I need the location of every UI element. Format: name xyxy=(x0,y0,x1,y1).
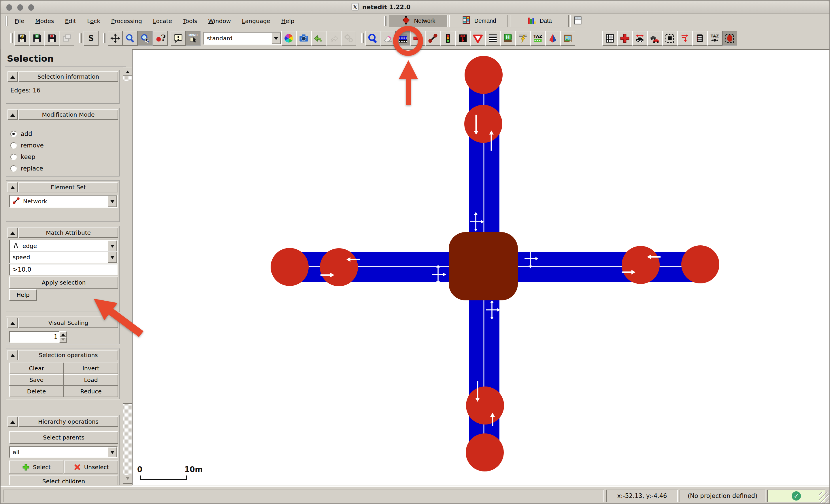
open-window-button[interactable] xyxy=(59,31,74,46)
grid-toggle-button[interactable] xyxy=(602,31,617,46)
collapse-modification-mode-button[interactable] xyxy=(7,109,18,120)
invert-selection-button[interactable]: Invert xyxy=(64,363,118,374)
toolbar-grip[interactable] xyxy=(361,33,364,43)
save-additionals-button[interactable] xyxy=(29,31,44,46)
network-view-canvas[interactable]: 0 10m xyxy=(132,49,830,485)
poi-mode-button[interactable] xyxy=(560,31,575,46)
collapse-hierarchy-operations-button[interactable] xyxy=(7,416,18,427)
collapse-selection-operations-button[interactable] xyxy=(7,350,18,360)
junction-shape-button[interactable] xyxy=(617,31,632,46)
menu-item-locate[interactable]: Locate xyxy=(148,15,178,27)
color-scheme-wheel-button[interactable] xyxy=(281,31,296,46)
undo-button[interactable] xyxy=(311,31,326,46)
zoom-extents-button[interactable] xyxy=(123,31,138,46)
scrollbar-track[interactable] xyxy=(123,76,133,475)
visual-scaling-value-input[interactable] xyxy=(9,331,59,343)
toolbar-grip[interactable] xyxy=(79,33,82,43)
radio-replace[interactable]: replace xyxy=(10,164,43,173)
save-selection-button[interactable]: Save xyxy=(9,374,64,385)
toolbar-grip[interactable] xyxy=(103,33,106,43)
shape-mode-button[interactable] xyxy=(545,31,560,46)
menu-item-file[interactable]: File xyxy=(9,15,30,27)
select-edges-button[interactable] xyxy=(662,31,677,46)
match-string-input[interactable] xyxy=(9,264,118,275)
delete-mode-button[interactable] xyxy=(380,31,395,46)
extend-selection-button[interactable] xyxy=(722,31,737,46)
select-parents-button[interactable]: Select parents xyxy=(9,431,118,444)
element-set-dropdown-button[interactable] xyxy=(108,196,117,207)
spinner-down-button[interactable] xyxy=(59,337,67,343)
radio-remove[interactable]: remove xyxy=(10,141,44,150)
show-demand-elements-button[interactable] xyxy=(647,31,662,46)
minimize-window-icon[interactable] xyxy=(17,4,23,11)
prohibition-mode-button[interactable] xyxy=(470,31,485,46)
apply-selection-button[interactable]: Apply selection xyxy=(9,276,118,289)
toolbar-grip[interactable] xyxy=(10,33,13,43)
show-taz-button[interactable]: TAZ xyxy=(707,31,722,46)
menu-item-tools[interactable]: Tools xyxy=(178,15,202,27)
show-connections-button[interactable] xyxy=(677,31,692,46)
crossing-mode-button[interactable] xyxy=(485,31,500,46)
load-selection-button[interactable]: Load xyxy=(64,374,118,385)
snapshot-camera-button[interactable] xyxy=(296,31,311,46)
menu-item-lock[interactable]: Lock xyxy=(82,15,106,27)
spinner-up-button[interactable] xyxy=(59,331,67,337)
collapse-element-set-button[interactable] xyxy=(7,182,18,192)
match-attribute-combo[interactable]: speed xyxy=(9,251,118,264)
spread-vehicles-button[interactable] xyxy=(632,31,647,46)
clear-selection-button[interactable]: Clear xyxy=(9,363,64,374)
match-tag-combo[interactable]: edge xyxy=(9,240,118,252)
unselect-button[interactable]: Unselect xyxy=(64,461,118,473)
reduce-selection-button[interactable]: Reduce xyxy=(64,385,118,397)
tab-network[interactable]: Network xyxy=(389,15,448,27)
collapse-selection-information-button[interactable] xyxy=(7,71,18,82)
select-mode-button[interactable] xyxy=(395,31,410,46)
whats-this-button[interactable]: ? xyxy=(153,31,168,46)
help-button[interactable]: Help xyxy=(9,289,37,301)
scrollbar-down-button[interactable] xyxy=(123,475,133,484)
create-edge-mode-button[interactable] xyxy=(425,31,440,46)
radio-keep[interactable]: keep xyxy=(10,153,35,161)
recenter-view-button[interactable] xyxy=(108,31,123,46)
compute-options-button[interactable] xyxy=(341,31,356,46)
zoom-window-icon[interactable] xyxy=(28,4,34,11)
menu-item-modes[interactable]: Modes xyxy=(30,15,59,27)
additional-mode-button[interactable]: H xyxy=(500,31,515,46)
hierarchy-scope-dropdown-button[interactable] xyxy=(108,447,117,457)
menu-item-help[interactable]: Help xyxy=(276,15,300,27)
view-scheme-combo[interactable]: standard xyxy=(203,32,281,45)
window-resize-grip[interactable] xyxy=(819,492,829,503)
select-children-button[interactable]: Select children xyxy=(9,475,118,485)
wire-mode-button[interactable] xyxy=(515,31,530,46)
element-set-combo[interactable]: Network xyxy=(9,195,118,208)
redo-button[interactable] xyxy=(326,31,341,46)
tab-data[interactable]: Data xyxy=(510,15,569,27)
message-window-button[interactable] xyxy=(170,31,186,46)
delete-selection-button[interactable]: Delete xyxy=(9,385,64,397)
show-additionals-button[interactable] xyxy=(692,31,707,46)
scrollbar-thumb[interactable] xyxy=(123,81,133,404)
menu-item-window[interactable]: Window xyxy=(202,15,236,27)
menubar-grip[interactable] xyxy=(5,16,7,26)
inspect-mode-button[interactable] xyxy=(365,31,380,46)
hierarchy-scope-combo[interactable]: all xyxy=(9,446,118,458)
taz-mode-button[interactable]: TAZ xyxy=(530,31,545,46)
select-button[interactable]: Select xyxy=(9,461,63,473)
tab-demand[interactable]: Demand xyxy=(449,15,508,27)
collapse-match-attribute-button[interactable] xyxy=(7,228,18,238)
zoom-cursor-button[interactable] xyxy=(138,31,153,46)
move-mode-button[interactable] xyxy=(410,31,425,46)
connection-mode-button[interactable] xyxy=(455,31,470,46)
window-list-button[interactable] xyxy=(570,15,585,27)
radio-add[interactable]: add xyxy=(10,130,32,138)
save-demand-button[interactable] xyxy=(44,31,59,46)
close-window-icon[interactable] xyxy=(6,4,12,11)
menu-item-language[interactable]: Language xyxy=(236,15,276,27)
match-tag-dropdown-button[interactable] xyxy=(108,240,117,252)
scrollbar-up-button[interactable] xyxy=(123,67,133,76)
sidebar-scrollbar[interactable] xyxy=(123,67,133,484)
traffic-light-mode-button[interactable] xyxy=(440,31,455,46)
save-network-button[interactable] xyxy=(14,31,29,46)
match-attribute-dropdown-button[interactable] xyxy=(108,251,117,263)
menu-cursor-button[interactable]: MENU xyxy=(186,31,200,46)
